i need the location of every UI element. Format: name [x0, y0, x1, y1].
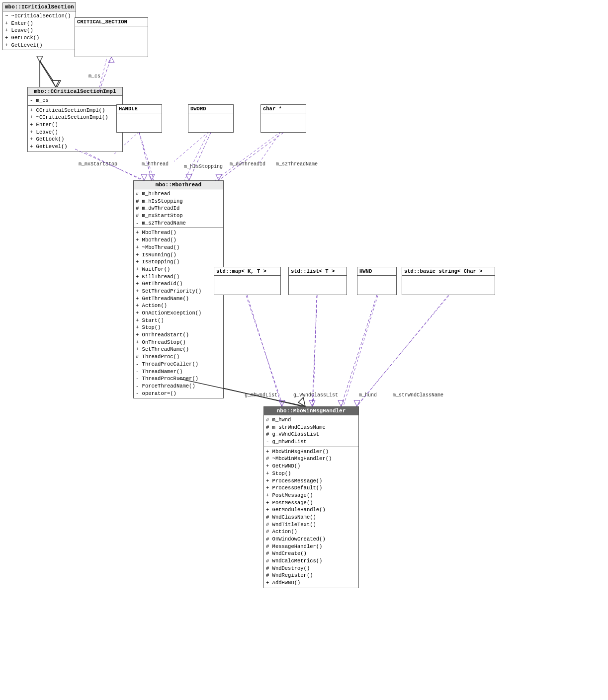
member: + SetThreadName() [136, 346, 221, 353]
member: + Stop() [266, 470, 356, 477]
member: + IsStopping() [136, 258, 221, 266]
member: # WndTitleText() [266, 521, 356, 529]
svg-line-34 [341, 295, 377, 406]
svg-marker-21 [149, 174, 155, 180]
member: + GetThreadId() [136, 280, 221, 288]
svg-marker-35 [338, 400, 344, 406]
member: # ThreadProc() [136, 353, 221, 361]
handle-body [117, 113, 162, 133]
basic-string-box: std::basic_string< Char > [402, 267, 495, 295]
svg-line-32 [312, 295, 317, 406]
label-g-vWndClassList: g_vWndClassList [293, 392, 338, 398]
member: + GetLevel() [30, 143, 120, 151]
hwnd-box: HWND [357, 267, 397, 295]
svg-line-36 [357, 295, 448, 406]
member: # Action() [266, 528, 356, 536]
member: + GetModuleHandle() [266, 506, 356, 514]
svg-line-20 [139, 133, 152, 180]
hwnd-title: HWND [357, 267, 396, 276]
svg-marker-33 [309, 400, 315, 406]
ccritical-members: + CCriticalSectionImpl() + ~CCriticalSec… [28, 106, 122, 152]
svg-marker-23 [186, 174, 192, 180]
label-m-hund: m_hund [359, 392, 377, 398]
member: # WndCreate() [266, 550, 356, 557]
diagram-canvas: mbo::ICriticalSection ~ ~ICriticalSectio… [0, 0, 608, 700]
member: # OnWindowCreated() [266, 536, 356, 543]
member: + ProcessDefault() [266, 484, 356, 492]
svg-marker-27 [141, 174, 147, 180]
ccritical-attrs: - m_cs [28, 96, 122, 106]
label-g-mhwndList: g_mhwndList [245, 392, 277, 398]
member: + GetLock() [30, 136, 120, 143]
member: # m_dwThreadId [136, 205, 221, 212]
std-list-body [289, 276, 347, 296]
member: + IsRunning() [136, 251, 221, 259]
std-map-title: std::map< K, T > [214, 267, 280, 276]
label-m-hThread: m_hThread [142, 161, 169, 167]
svg-marker-25 [216, 174, 222, 180]
mbowinmsghandler-members: + MboWinMsgHandler() # ~MboWinMsgHandler… [264, 447, 358, 588]
ccritical-section-impl-header: mbo::CCriticalSectionImpl [28, 87, 122, 96]
member: + GetLevel() [5, 42, 74, 49]
member: # m_mxStartStop [136, 212, 221, 220]
label-m-strWndClassName: m_strWndClassName [393, 392, 443, 398]
member: + MboWinMsgHandler() [266, 448, 356, 456]
dword-title: DWORD [188, 105, 233, 113]
member: + MboThread() [136, 236, 221, 244]
label-m-mxStartStop: m_mxStartStop [79, 161, 117, 167]
char-ptr-box: char * [261, 104, 306, 133]
svg-line-5 [139, 132, 154, 181]
member: # WndRegister() [266, 572, 356, 579]
member: + Enter() [30, 121, 120, 129]
basic-string-body [402, 276, 495, 296]
member: + Start() [136, 317, 221, 324]
std-list-box: std::list< T > [288, 267, 347, 295]
member: - ThreadProcRunner() [136, 375, 221, 383]
member: ~ ~ICriticalSection() [5, 12, 74, 20]
member: + Stop() [136, 324, 221, 331]
handle-box: HANDLE [116, 104, 162, 133]
mbothread-members: + MboThread() + MboThread() + ~MboThread… [134, 228, 223, 398]
hwnd-body [357, 276, 396, 296]
member: + MboThread() [136, 229, 221, 236]
member: - m_cs [30, 97, 120, 104]
dword-body [188, 113, 233, 133]
svg-line-6 [184, 132, 209, 181]
critical-section-box: CRITICAL_SECTION [75, 17, 148, 57]
std-map-box: std::map< K, T > [214, 267, 281, 295]
label-m-dwThreadId: m_dwThreadId [230, 161, 265, 167]
basic-string-title: std::basic_string< Char > [402, 267, 495, 276]
member: + ~MboThread() [136, 244, 221, 251]
mbothread-box: mbo::MboThread # m_hThread # m_hIsStoppi… [133, 180, 224, 398]
member: # WndCalcMetrics() [266, 557, 356, 565]
critical-section-body [75, 26, 148, 46]
icritical-section-box: mbo::ICriticalSection ~ ~ICriticalSectio… [2, 2, 76, 50]
svg-line-22 [189, 133, 211, 180]
member: + Action() [136, 302, 221, 310]
member: + KillThread() [136, 273, 221, 281]
member: + SetThreadPriority() [136, 288, 221, 295]
icritical-section-header: mbo::ICriticalSection [3, 3, 76, 11]
member: # ~MboWinMsgHandler() [266, 455, 356, 463]
member: + GetLock() [5, 34, 74, 42]
std-map-body [214, 276, 280, 296]
member: + Leave() [30, 129, 120, 136]
svg-marker-29 [298, 397, 305, 406]
member: + CCriticalSectionImpl() [30, 107, 120, 114]
handle-title: HANDLE [117, 105, 162, 113]
member: - g_mhwndList [266, 438, 356, 446]
member: # WndClassName() [266, 514, 356, 521]
member: # m_strWndClassName [266, 424, 356, 431]
mbowinmsghandler-attrs: # m_hwnd # m_strWndClassName # g_vWndCla… [264, 415, 358, 447]
member: + ProcessMessage() [266, 477, 356, 485]
label-m-szThreadName: m_szThreadName [276, 161, 318, 167]
member: # MessageHandler() [266, 543, 356, 550]
char-ptr-body [261, 113, 306, 133]
mbothread-header: mbo::MboThread [134, 181, 223, 189]
member: + Leave() [5, 27, 74, 34]
char-ptr-title: char * [261, 105, 306, 113]
member: + ~CCriticalSectionImpl() [30, 114, 120, 121]
member: - ThreadProcCaller() [136, 361, 221, 368]
mbowinmsghandler-box: nbo::MboWinMsgHandler # m_hwnd # m_strWn… [263, 406, 359, 588]
svg-marker-37 [354, 400, 360, 406]
